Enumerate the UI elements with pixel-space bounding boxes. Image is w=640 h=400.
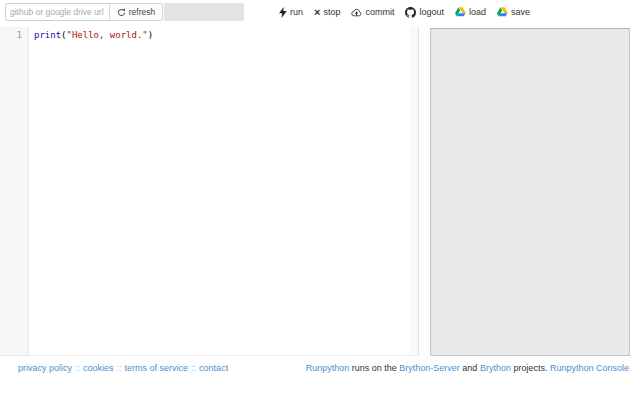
footer-links: privacy policy::cookies::terms of servic… — [18, 363, 228, 373]
load-button[interactable]: load — [455, 7, 486, 17]
console-output-panel — [430, 28, 630, 356]
runpython-console-link[interactable]: Runpython Console — [550, 363, 629, 373]
contact-link[interactable]: contact — [199, 363, 228, 373]
filename-input[interactable] — [164, 3, 244, 21]
code-editor: 1 print("Hello, world.") — [0, 27, 419, 356]
github-icon — [405, 7, 416, 18]
commit-label: commit — [365, 7, 394, 17]
code-token-paren: ) — [148, 30, 153, 40]
code-area[interactable]: print("Hello, world.") — [29, 27, 418, 355]
google-drive-icon — [455, 7, 466, 17]
save-label: save — [511, 7, 530, 17]
code-line: print("Hello, world.") — [34, 30, 418, 41]
brython-server-link[interactable]: Brython-Server — [399, 363, 460, 373]
footer-credits: Runpython runs on the Brython-Server and… — [306, 363, 629, 373]
refresh-button[interactable]: refresh — [109, 3, 163, 21]
toolbar-actions: run × stop commit logout — [279, 3, 530, 21]
run-button[interactable]: run — [279, 7, 303, 18]
run-label: run — [290, 7, 303, 17]
runpython-app: refresh run × stop c — [0, 0, 640, 400]
footer-separator: :: — [117, 363, 122, 373]
terms-of-service-link[interactable]: terms of service — [125, 363, 189, 373]
runpython-link[interactable]: Runpython — [306, 363, 350, 373]
logout-button[interactable]: logout — [405, 7, 444, 18]
line-number: 1 — [0, 30, 22, 40]
save-button[interactable]: save — [497, 7, 530, 17]
line-number-gutter: 1 — [0, 27, 29, 355]
editor-scrollbar[interactable] — [410, 27, 418, 355]
logout-label: logout — [419, 7, 444, 17]
toolbar: refresh run × stop c — [0, 0, 640, 26]
credits-text: runs on the — [349, 363, 399, 373]
refresh-label: refresh — [129, 7, 155, 17]
credits-text: projects. — [511, 363, 550, 373]
google-drive-icon — [497, 7, 508, 17]
stop-button[interactable]: × stop — [314, 7, 340, 17]
cookies-link[interactable]: cookies — [83, 363, 114, 373]
footer-separator: :: — [75, 363, 80, 373]
code-token-string: "Hello, world." — [67, 30, 148, 40]
stop-label: stop — [323, 7, 340, 17]
brython-link[interactable]: Brython — [480, 363, 511, 373]
credits-text: and — [460, 363, 480, 373]
commit-button[interactable]: commit — [351, 7, 394, 17]
refresh-icon — [117, 8, 126, 17]
footer-separator: :: — [191, 363, 196, 373]
code-token-builtin: print — [34, 30, 61, 40]
privacy-policy-link[interactable]: privacy policy — [18, 363, 72, 373]
load-label: load — [469, 7, 486, 17]
lightning-bolt-icon — [279, 7, 287, 18]
url-input[interactable] — [5, 3, 111, 21]
cloud-upload-icon — [351, 7, 362, 17]
x-icon: × — [314, 7, 320, 17]
